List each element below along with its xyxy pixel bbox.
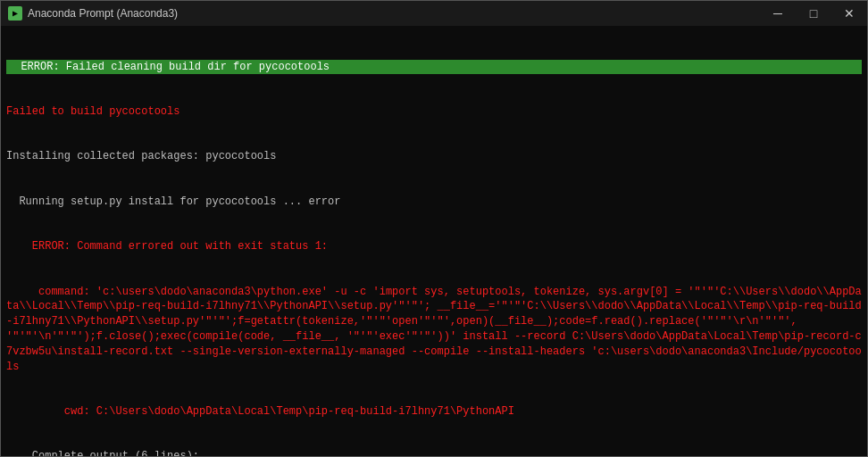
- app-icon: ▶: [8, 6, 22, 21]
- window-controls: ─ □ ✕: [760, 1, 867, 26]
- terminal-output: ERROR: Failed cleaning build dir for pyc…: [1, 26, 867, 456]
- terminal-line: Failed to build pycocotools: [6, 104, 862, 120]
- terminal-line: Installing collected packages: pycocotoo…: [6, 149, 862, 164]
- title-bar: ▶ Anaconda Prompt (Anaconda3) ─ □ ✕: [1, 1, 867, 26]
- terminal-line: Running setup.py install for pycocotools…: [6, 195, 862, 210]
- terminal-line: Complete output (6 lines):: [6, 449, 862, 456]
- window: ▶ Anaconda Prompt (Anaconda3) ─ □ ✕ ERRO…: [0, 0, 868, 457]
- terminal-line: command: 'c:\users\dodo\anaconda3\python…: [6, 285, 862, 375]
- terminal-line: cwd: C:\Users\dodo\AppData\Local\Temp\pi…: [6, 404, 862, 420]
- terminal-line: ERROR: Failed cleaning build dir for pyc…: [6, 60, 862, 75]
- title-bar-text: Anaconda Prompt (Anaconda3): [28, 7, 860, 20]
- close-button[interactable]: ✕: [831, 1, 867, 26]
- terminal-line: ERROR: Command errored out with exit sta…: [6, 239, 862, 254]
- maximize-button[interactable]: □: [796, 1, 831, 26]
- minimize-button[interactable]: ─: [760, 1, 796, 26]
